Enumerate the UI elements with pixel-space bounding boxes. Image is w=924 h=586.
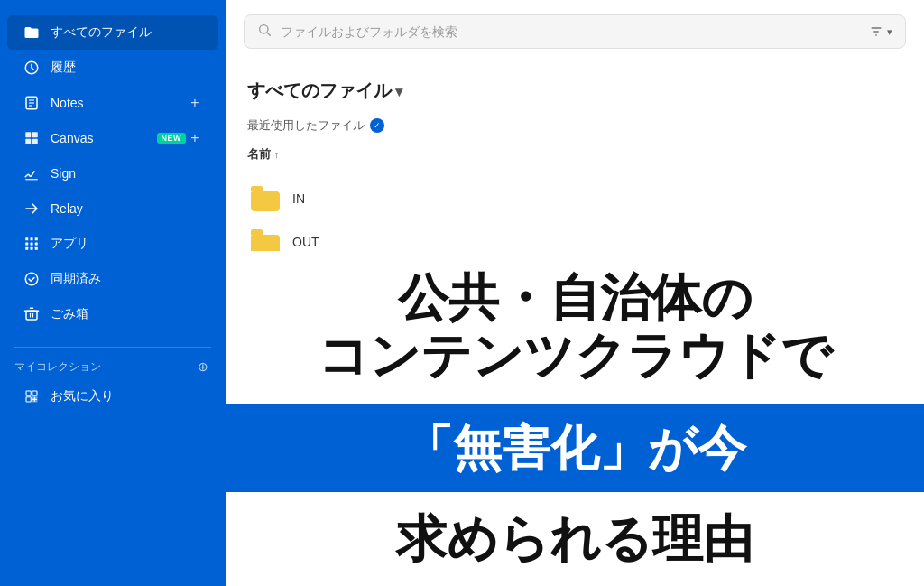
page-title: すべてのファイル▾	[247, 79, 402, 103]
page-title-row: すべてのファイル▾	[247, 79, 902, 103]
svg-rect-10	[25, 237, 28, 240]
apps-icon	[22, 234, 42, 254]
search-input[interactable]	[281, 24, 860, 39]
filter-dropdown-icon: ▾	[887, 26, 892, 38]
history-icon	[22, 58, 42, 78]
collections-label: マイコレクション	[14, 359, 195, 375]
folder-icon	[22, 23, 42, 42]
sidebar-item-notes[interactable]: Notes +	[7, 86, 218, 120]
collections-add-icon[interactable]: ⊕	[195, 358, 211, 375]
trash-icon	[22, 304, 42, 324]
sidebar-item-label: Relay	[51, 201, 204, 216]
sidebar-item-all-files[interactable]: すべてのファイル	[7, 15, 218, 50]
svg-rect-7	[25, 139, 31, 144]
sidebar-item-history[interactable]: 履歴	[7, 51, 218, 85]
svg-line-30	[267, 33, 271, 36]
svg-rect-8	[32, 139, 38, 144]
list-item[interactable]: IN	[247, 179, 902, 219]
relay-icon	[22, 199, 42, 219]
sidebar-item-canvas[interactable]: Canvas NEW +	[7, 121, 218, 155]
svg-rect-26	[26, 397, 31, 402]
notes-icon	[22, 93, 42, 113]
sign-icon	[22, 163, 42, 183]
sidebar-item-relay[interactable]: Relay	[7, 191, 218, 226]
search-icon	[257, 23, 272, 41]
svg-rect-18	[35, 247, 38, 250]
list-item[interactable]: OUT	[247, 222, 902, 262]
sidebar-item-label: 同期済み	[51, 271, 204, 287]
svg-point-19	[25, 273, 38, 285]
canvas-add-button[interactable]: +	[186, 129, 204, 147]
svg-rect-16	[25, 247, 28, 250]
sidebar-item-label: すべてのファイル	[51, 24, 204, 41]
svg-rect-14	[31, 243, 33, 246]
star-icon	[22, 386, 42, 406]
ad-white-text: 求められる理由	[253, 510, 897, 568]
svg-rect-15	[35, 243, 38, 246]
search-filter-button[interactable]: ▾	[869, 24, 892, 39]
sidebar-item-label: Canvas	[51, 131, 152, 145]
svg-rect-13	[25, 243, 28, 246]
synced-icon	[22, 269, 42, 289]
svg-rect-11	[31, 237, 33, 240]
sidebar-item-label: お気に入り	[51, 388, 204, 405]
search-bar-area: ▾	[226, 0, 924, 60]
notes-add-button[interactable]: +	[186, 94, 204, 112]
sidebar-item-trash[interactable]: ごみ箱	[7, 297, 218, 331]
sidebar-divider	[14, 347, 211, 348]
ad-blue-text: 「無害化」が今	[253, 420, 897, 476]
search-bar[interactable]: ▾	[244, 14, 906, 49]
ad-blue-section: 「無害化」が今	[226, 404, 924, 492]
sort-arrow: ↑	[274, 149, 280, 160]
sidebar-item-apps[interactable]: アプリ	[7, 227, 218, 261]
svg-rect-20	[26, 311, 37, 320]
sort-label[interactable]: 名前 ↑	[247, 146, 279, 163]
sidebar-item-label: アプリ	[51, 236, 204, 252]
sidebar-item-synced[interactable]: 同期済み	[7, 262, 218, 296]
svg-rect-17	[31, 247, 33, 250]
sidebar-item-label: Notes	[51, 96, 186, 110]
file-name: IN	[292, 191, 305, 206]
file-name: OUT	[292, 235, 319, 249]
sidebar-item-label: 履歴	[51, 60, 204, 76]
svg-rect-6	[32, 132, 38, 137]
new-badge: NEW	[157, 133, 187, 144]
svg-rect-24	[26, 391, 31, 395]
sidebar-nav: すべてのファイル 履歴 Notes +	[0, 0, 226, 340]
sidebar: すべてのファイル 履歴 Notes +	[0, 0, 226, 586]
canvas-icon	[22, 128, 42, 148]
sidebar-item-label: ごみ箱	[51, 306, 204, 322]
ad-top-section: 公共・自治体の コンテンツクラウドで	[226, 251, 924, 404]
sidebar-item-label: Sign	[51, 166, 204, 181]
folder-icon	[251, 229, 280, 255]
sidebar-item-sign[interactable]: Sign	[7, 156, 218, 191]
svg-point-29	[260, 25, 268, 33]
sidebar-item-favorites[interactable]: お気に入り	[7, 379, 218, 414]
collections-section: マイコレクション ⊕	[0, 355, 226, 378]
svg-rect-12	[35, 237, 38, 240]
folder-icon	[251, 186, 280, 211]
ad-white-section: 求められる理由	[226, 492, 924, 586]
ad-top-text: 公共・自治体の コンテンツクラウドで	[318, 269, 832, 386]
svg-rect-25	[32, 391, 37, 395]
file-list: IN OUT	[247, 179, 902, 262]
checkmark-icon: ✓	[370, 118, 384, 133]
recent-files-label: 最近使用したファイル	[247, 117, 365, 134]
sort-row: 名前 ↑	[247, 146, 902, 170]
advertisement-overlay: 公共・自治体の コンテンツクラウドで 「無害化」が今 求められる理由	[226, 251, 924, 586]
content-area: すべてのファイル▾ 最近使用したファイル ✓ 名前 ↑ IN	[226, 60, 924, 586]
svg-rect-5	[25, 132, 31, 137]
main-content: ▾ すべてのファイル▾ 最近使用したファイル ✓ 名前 ↑	[226, 0, 924, 586]
recent-files-row[interactable]: 最近使用したファイル ✓	[247, 117, 902, 134]
